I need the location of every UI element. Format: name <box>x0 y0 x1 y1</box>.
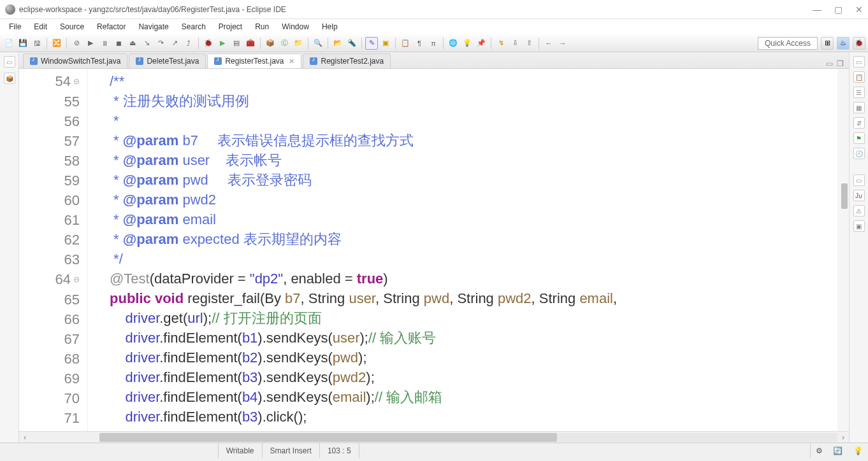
pin-icon[interactable]: 📌 <box>475 37 488 50</box>
new-source-icon[interactable]: 📁 <box>292 37 305 50</box>
tab-windowswitchtest[interactable]: WindowSwitchTest.java <box>23 53 127 68</box>
sync-icon[interactable]: 🔄 <box>833 446 843 455</box>
java-file-icon <box>136 57 143 65</box>
tab-registertest2[interactable]: RegisterTest2.java <box>303 53 391 68</box>
right-trim-stack: ▭ 📋 ☰ ▦ ⇵ ⚑ 🕘 ▭ Jᴜ ⚠ ▣ <box>849 52 868 443</box>
external-icon[interactable]: 🧰 <box>244 37 257 50</box>
java-file-icon <box>214 57 222 65</box>
web-icon[interactable]: 🌐 <box>447 37 459 50</box>
pull-icon[interactable]: ⇩ <box>509 37 521 50</box>
maximize-editor-icon[interactable]: ❐ <box>837 59 844 68</box>
window-controls: — ▢ ✕ <box>813 4 863 15</box>
eclipse-icon <box>5 4 15 15</box>
status-cursor: 103 : 5 <box>319 443 359 458</box>
editor-body[interactable]: 54 55 56 57 58 59 60 61 62 63 64 65 66 6… <box>19 69 849 431</box>
menu-source[interactable]: Source <box>54 22 90 31</box>
menu-window[interactable]: Window <box>275 22 315 31</box>
tab-deletetest[interactable]: DeleteTest.java <box>129 53 206 68</box>
editor-area: WindowSwitchTest.java DeleteTest.java Re… <box>19 52 849 443</box>
task-list-icon[interactable]: 📋 <box>853 71 865 83</box>
step-over-icon[interactable]: ↷ <box>154 37 167 50</box>
status-insert: Smart Insert <box>262 443 319 458</box>
new-package-icon[interactable]: 📦 <box>264 37 277 50</box>
terminate-icon[interactable]: ⏹ <box>112 37 125 50</box>
outline-icon[interactable]: ☰ <box>853 87 865 98</box>
close-button[interactable]: ✕ <box>855 4 863 15</box>
menu-run[interactable]: Run <box>249 22 275 31</box>
maximize-button[interactable]: ▢ <box>834 4 843 15</box>
tab-registertest[interactable]: RegisterTest.java✕ <box>207 53 301 68</box>
help-icon[interactable]: 💡 <box>461 37 474 50</box>
push-icon[interactable]: ⇧ <box>523 37 535 50</box>
debug-icon[interactable]: 🐞 <box>202 37 215 50</box>
testng-icon[interactable]: ⚑ <box>853 132 865 144</box>
quick-access[interactable]: Quick Access <box>758 37 818 50</box>
save-all-icon[interactable]: 🖫 <box>31 37 43 50</box>
step-return-icon[interactable]: ↗ <box>168 37 181 50</box>
switch-icon[interactable]: 🔀 <box>50 37 63 50</box>
open-task-icon[interactable]: 📂 <box>331 37 344 50</box>
git-icon[interactable]: ↯ <box>495 37 507 50</box>
show-whitespace-icon[interactable]: π <box>427 37 440 50</box>
java-file-icon <box>310 57 317 65</box>
highlight-icon[interactable]: ▣ <box>379 37 392 50</box>
title-bar: eclipse-workspace - yangzc/src/test/java… <box>0 0 868 19</box>
menu-bar: File Edit Source Refactor Navigate Searc… <box>0 19 868 34</box>
problems-icon[interactable]: ⚠ <box>853 205 865 216</box>
main-toolbar: 📄 💾 🖫 🔀 ⊘ ▶ ⏸ ⏹ ⏏ ↘ ↷ ↗ ⤴ 🐞 ▶ ▤ 🧰 📦 Ⓒ 📁 … <box>0 34 868 52</box>
source-code[interactable]: /** * 注册失败的测试用例 * * @param b7 表示错误信息提示框的… <box>88 69 837 431</box>
menu-project[interactable]: Project <box>212 22 249 31</box>
menu-search[interactable]: Search <box>175 22 212 31</box>
open-type-icon[interactable]: 🔍 <box>312 37 324 50</box>
line-number-gutter: 54 55 56 57 58 59 60 61 62 63 64 65 66 6… <box>19 69 88 431</box>
minimize-button[interactable]: — <box>813 4 821 15</box>
block-icon[interactable]: ¶ <box>413 37 426 50</box>
perspective-debug-icon[interactable]: 🐞 <box>853 37 865 50</box>
menu-navigate[interactable]: Navigate <box>132 22 175 31</box>
junit-icon[interactable]: Jᴜ <box>853 190 865 201</box>
annotation-icon[interactable]: 📋 <box>399 37 412 50</box>
step-into-icon[interactable]: ↘ <box>140 37 153 50</box>
menu-edit[interactable]: Edit <box>27 22 54 31</box>
disconnect-icon[interactable]: ⏏ <box>126 37 139 50</box>
suspend-icon[interactable]: ⏸ <box>98 37 111 50</box>
history-icon[interactable]: 🕘 <box>853 148 865 159</box>
restore-right2-icon[interactable]: ▭ <box>853 174 865 186</box>
toggle-mark-icon[interactable]: ✎ <box>365 37 378 50</box>
type-hierarchy-icon[interactable]: ⇵ <box>853 117 865 129</box>
java-file-icon <box>30 57 38 65</box>
scroll-right-icon[interactable]: › <box>837 433 849 442</box>
drop-frame-icon[interactable]: ⤴ <box>182 37 195 50</box>
save-icon[interactable]: 💾 <box>17 37 29 50</box>
minimap-icon[interactable]: ▦ <box>853 102 865 113</box>
minimize-editor-icon[interactable]: ▭ <box>826 59 833 68</box>
skip-icon[interactable]: ⊘ <box>70 37 83 50</box>
menu-file[interactable]: File <box>3 22 27 31</box>
editor-tab-bar: WindowSwitchTest.java DeleteTest.java Re… <box>19 52 849 69</box>
restore-view-icon[interactable]: ▭ <box>4 56 15 67</box>
build-icon[interactable]: ⚙ <box>816 446 823 455</box>
menu-refactor[interactable]: Refactor <box>90 22 132 31</box>
new-icon[interactable]: 📄 <box>3 37 15 50</box>
back-icon[interactable]: ← <box>542 37 555 50</box>
scroll-left-icon[interactable]: ‹ <box>19 433 31 442</box>
search-icon[interactable]: 🔦 <box>345 37 358 50</box>
menu-help[interactable]: Help <box>315 22 344 31</box>
forward-icon[interactable]: → <box>556 37 569 50</box>
status-writable: Writable <box>218 443 262 458</box>
restore-right-icon[interactable]: ▭ <box>853 56 865 67</box>
perspective-open-icon[interactable]: ⊞ <box>821 37 834 50</box>
tip-icon[interactable]: 💡 <box>853 446 863 455</box>
overview-ruler[interactable] <box>837 69 849 431</box>
window-title: eclipse-workspace - yangzc/src/test/java… <box>19 5 286 14</box>
status-bar: Writable Smart Insert 103 : 5 ⚙ 🔄 💡 <box>0 443 868 458</box>
perspective-java-icon[interactable]: ♨ <box>837 37 850 50</box>
coverage-icon[interactable]: ▤ <box>230 37 243 50</box>
resume-icon[interactable]: ▶ <box>84 37 97 50</box>
console-icon[interactable]: ▣ <box>853 220 865 232</box>
horizontal-scrollbar[interactable]: ‹ › <box>19 431 849 443</box>
close-tab-icon[interactable]: ✕ <box>289 57 294 66</box>
run-icon[interactable]: ▶ <box>216 37 229 50</box>
new-class-icon[interactable]: Ⓒ <box>278 37 291 50</box>
package-explorer-icon[interactable]: 📦 <box>4 73 15 84</box>
